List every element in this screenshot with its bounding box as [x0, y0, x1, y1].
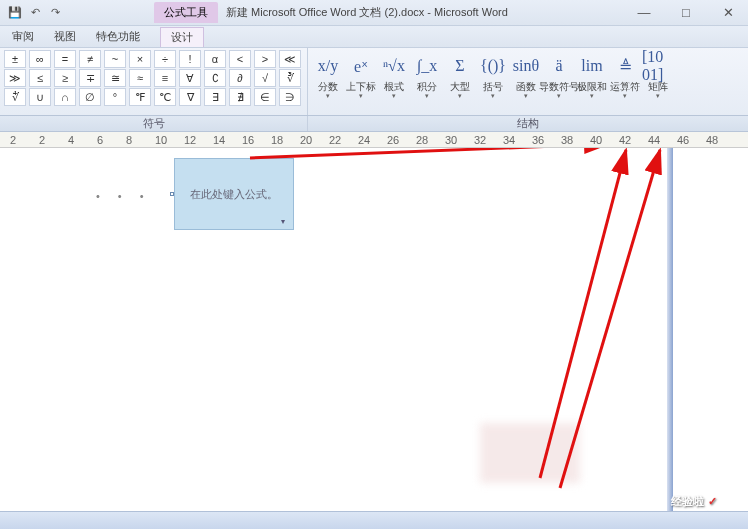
- equation-dropdown-icon[interactable]: ▾: [281, 217, 291, 227]
- structure-icon: sinθ: [513, 52, 539, 80]
- horizontal-ruler[interactable]: 2246810121416182022242628303234363840424…: [0, 132, 748, 148]
- symbol-cell[interactable]: ∩: [54, 88, 76, 106]
- symbol-cell[interactable]: ∅: [79, 88, 101, 106]
- equation-placeholder[interactable]: 在此处键入公式。 ▾: [174, 158, 294, 230]
- ellipsis-dots: •••: [96, 190, 144, 202]
- symbol-cell[interactable]: ≥: [54, 69, 76, 87]
- dropdown-icon[interactable]: ▾: [392, 92, 396, 100]
- page-right-edge: [667, 148, 673, 528]
- symbol-cell[interactable]: ∁: [204, 69, 226, 87]
- close-button[interactable]: ✕: [714, 5, 742, 20]
- symbol-cell[interactable]: ≠: [79, 50, 101, 68]
- symbol-cell[interactable]: ≪: [279, 50, 301, 68]
- structure-button-2[interactable]: ⁿ√x根式▾: [378, 50, 411, 102]
- symbol-cell[interactable]: ∃: [204, 88, 226, 106]
- structure-icon: Σ: [455, 52, 464, 80]
- symbol-cell[interactable]: <: [229, 50, 251, 68]
- dropdown-icon[interactable]: ▾: [326, 92, 330, 100]
- dropdown-icon[interactable]: ▾: [557, 92, 561, 100]
- structure-button-10[interactable]: [10 01]矩阵▾: [642, 50, 675, 102]
- symbol-cell[interactable]: ∓: [79, 69, 101, 87]
- dropdown-icon[interactable]: ▾: [458, 92, 462, 100]
- structure-icon: ≜: [619, 52, 632, 80]
- ruler-mark: 42: [619, 134, 631, 146]
- symbol-cell[interactable]: ×: [129, 50, 151, 68]
- structure-icon: x/y: [318, 52, 338, 80]
- equation-handle-icon[interactable]: [170, 192, 174, 196]
- symbol-cell[interactable]: ∈: [254, 88, 276, 106]
- symbol-cell[interactable]: ∞: [29, 50, 51, 68]
- symbol-cell[interactable]: ≫: [4, 69, 26, 87]
- ruler-mark: 22: [329, 134, 341, 146]
- dropdown-icon[interactable]: ▾: [359, 92, 363, 100]
- ruler-mark: 24: [358, 134, 370, 146]
- dropdown-icon[interactable]: ▾: [524, 92, 528, 100]
- structure-icon: ä: [555, 52, 562, 80]
- structure-button-7[interactable]: ä导数符号▾: [543, 50, 576, 102]
- symbol-cell[interactable]: !: [179, 50, 201, 68]
- symbol-cell[interactable]: =: [54, 50, 76, 68]
- ruler-mark: 36: [532, 134, 544, 146]
- structure-button-0[interactable]: x/y分数▾: [312, 50, 345, 102]
- tab-special[interactable]: 特色功能: [96, 29, 140, 44]
- symbol-cell[interactable]: α: [204, 50, 226, 68]
- symbol-cell[interactable]: ≤: [29, 69, 51, 87]
- redo-icon[interactable]: ↷: [46, 4, 64, 22]
- structure-button-3[interactable]: ∫_x积分▾: [411, 50, 444, 102]
- symbol-cell[interactable]: ≡: [154, 69, 176, 87]
- ruler-mark: 20: [300, 134, 312, 146]
- symbols-grid: ±∞=≠~×÷!α<>≪≫≤≥∓≅≈≡∀∁∂√∛∜∪∩∅°℉℃∇∃∄∈∋: [4, 50, 303, 106]
- ruler-mark: 46: [677, 134, 689, 146]
- symbol-cell[interactable]: >: [254, 50, 276, 68]
- symbols-group: ±∞=≠~×÷!α<>≪≫≤≥∓≅≈≡∀∁∂√∛∜∪∩∅°℉℃∇∃∄∈∋: [0, 48, 308, 115]
- symbol-cell[interactable]: ∇: [179, 88, 201, 106]
- document-title: 新建 Microsoft Office Word 文档 (2).docx - M…: [226, 5, 508, 20]
- structure-button-5[interactable]: {()}括号▾: [477, 50, 510, 102]
- symbol-cell[interactable]: °: [104, 88, 126, 106]
- document-canvas[interactable]: ••• 在此处键入公式。 ▾: [0, 148, 748, 528]
- ruler-mark: 6: [97, 134, 103, 146]
- dropdown-icon[interactable]: ▾: [425, 92, 429, 100]
- dropdown-icon[interactable]: ▾: [491, 92, 495, 100]
- save-icon[interactable]: 💾: [6, 4, 24, 22]
- symbol-cell[interactable]: ∛: [279, 69, 301, 87]
- structure-icon: eˣ: [354, 52, 368, 80]
- symbols-group-label: 符号: [0, 116, 308, 131]
- tab-design[interactable]: 设计: [160, 27, 204, 47]
- tab-view[interactable]: 视图: [54, 29, 76, 44]
- annotation-arrows: [0, 148, 748, 528]
- tab-review[interactable]: 审阅: [12, 29, 34, 44]
- structure-button-6[interactable]: sinθ函数▾: [510, 50, 543, 102]
- minimize-button[interactable]: —: [630, 5, 658, 20]
- symbol-cell[interactable]: ℃: [154, 88, 176, 106]
- structure-button-9[interactable]: ≜运算符▾: [609, 50, 642, 102]
- equation-placeholder-text: 在此处键入公式。: [190, 187, 278, 202]
- structure-button-4[interactable]: Σ大型▾: [444, 50, 477, 102]
- ruler-mark: 28: [416, 134, 428, 146]
- symbol-cell[interactable]: ∀: [179, 69, 201, 87]
- title-bar: 💾 ↶ ↷ 公式工具 新建 Microsoft Office Word 文档 (…: [0, 0, 748, 26]
- structure-icon: ⁿ√x: [383, 52, 405, 80]
- structure-button-8[interactable]: lim极限和▾: [576, 50, 609, 102]
- maximize-button[interactable]: □: [672, 5, 700, 20]
- symbol-cell[interactable]: ∄: [229, 88, 251, 106]
- ruler-mark: 34: [503, 134, 515, 146]
- symbol-cell[interactable]: ∋: [279, 88, 301, 106]
- symbol-cell[interactable]: ±: [4, 50, 26, 68]
- symbol-cell[interactable]: ~: [104, 50, 126, 68]
- structure-button-1[interactable]: eˣ上下标▾: [345, 50, 378, 102]
- symbol-cell[interactable]: ∂: [229, 69, 251, 87]
- ruler-mark: 4: [68, 134, 74, 146]
- symbol-cell[interactable]: ÷: [154, 50, 176, 68]
- symbol-cell[interactable]: ∜: [4, 88, 26, 106]
- symbol-cell[interactable]: ≅: [104, 69, 126, 87]
- undo-icon[interactable]: ↶: [26, 4, 44, 22]
- dropdown-icon[interactable]: ▾: [656, 92, 660, 100]
- ruler-mark: 44: [648, 134, 660, 146]
- dropdown-icon[interactable]: ▾: [590, 92, 594, 100]
- symbol-cell[interactable]: √: [254, 69, 276, 87]
- symbol-cell[interactable]: ≈: [129, 69, 151, 87]
- symbol-cell[interactable]: ∪: [29, 88, 51, 106]
- dropdown-icon[interactable]: ▾: [623, 92, 627, 100]
- symbol-cell[interactable]: ℉: [129, 88, 151, 106]
